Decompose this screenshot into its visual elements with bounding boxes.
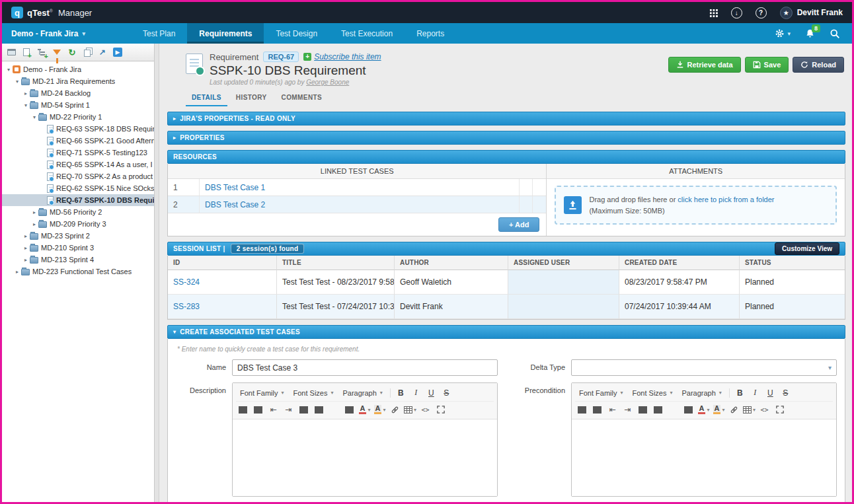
code-icon[interactable]	[757, 403, 771, 416]
align-right-icon[interactable]	[327, 403, 341, 416]
resources-header[interactable]: RESOURCES	[167, 150, 845, 164]
tree-item[interactable]: REQ-62 SSPK-15 Nice SOcks	[2, 182, 154, 194]
tree-expand-arrow[interactable]	[22, 245, 30, 251]
tree-item[interactable]: REQ-63 SSPK-18 DBS Requirem	[2, 123, 154, 135]
code-icon[interactable]	[418, 403, 432, 416]
add-linked-test-case-button[interactable]: + Add	[498, 217, 539, 232]
unordered-list-icon[interactable]	[575, 403, 589, 416]
outdent-icon[interactable]	[266, 403, 280, 416]
column-header[interactable]: ASSIGNED USER	[508, 256, 619, 270]
unordered-list-icon[interactable]	[236, 403, 250, 416]
attachments-dropzone[interactable]: Drag and drop files here or click here t…	[555, 186, 837, 225]
tree-expand-arrow[interactable]	[22, 233, 30, 239]
save-button[interactable]: Save	[745, 57, 789, 73]
column-header[interactable]: STATUS	[740, 256, 845, 270]
download-icon[interactable]: ↓	[731, 7, 742, 18]
background-color-icon[interactable]: ▾	[712, 403, 726, 416]
delta-type-select[interactable]: ▾	[571, 359, 837, 376]
tree-item[interactable]: MD-24 Backlog	[2, 87, 154, 99]
copy-icon[interactable]	[81, 46, 93, 58]
link-icon[interactable]	[388, 403, 402, 416]
background-color-icon[interactable]: ▾	[373, 403, 387, 416]
tree-item[interactable]: MD-22 Priority 1	[2, 111, 154, 123]
font-family-dropdown[interactable]: Font Family	[575, 388, 627, 398]
strikethrough-button[interactable]: S	[779, 386, 793, 400]
add-folder-icon[interactable]	[36, 46, 48, 58]
indent-icon[interactable]	[621, 403, 635, 416]
reload-button[interactable]: Reload	[793, 57, 844, 73]
tree-expand-arrow[interactable]	[5, 67, 13, 73]
tree-item[interactable]: Demo - Frank Jira	[2, 63, 154, 75]
column-header[interactable]: ID	[168, 256, 277, 270]
outdent-icon[interactable]	[605, 403, 619, 416]
tree-item[interactable]: REQ-71 SSPK-5 Testing123	[2, 147, 154, 159]
text-color-icon[interactable]: ▾	[697, 403, 711, 416]
workspace-icon[interactable]	[5, 46, 17, 58]
underline-button[interactable]: U	[424, 386, 438, 400]
detail-tab[interactable]: DETAILS	[186, 91, 227, 106]
tree-item[interactable]: REQ-65 SSPK-14 As a user, I ca	[2, 159, 154, 170]
text-color-icon[interactable]: ▾	[358, 403, 371, 416]
italic-button[interactable]: I	[748, 386, 762, 400]
column-header[interactable]: TITLE	[277, 256, 395, 270]
font-sizes-dropdown[interactable]: Font Sizes	[289, 388, 337, 398]
test-case-link[interactable]: DBS Test Case 1	[200, 179, 520, 196]
tree-item[interactable]: REQ-67 SSPK-10 DBS Requirer	[2, 194, 154, 206]
align-right-icon[interactable]	[666, 403, 680, 416]
link-icon[interactable]	[727, 403, 741, 416]
detail-tab[interactable]: COMMENTS	[276, 91, 329, 106]
settings-menu[interactable]: ▾	[775, 28, 791, 38]
bold-button[interactable]: B	[733, 386, 747, 400]
tree-item[interactable]: MD-210 Sprint 3	[2, 242, 154, 254]
tree-item[interactable]: MD-213 Sprint 4	[2, 254, 154, 266]
nav-tab[interactable]: Reports	[405, 23, 456, 44]
user-menu[interactable]: ★ Devitt Frank	[780, 7, 843, 19]
tree-item[interactable]: MD-54 Sprint 1	[2, 99, 154, 111]
tree-expand-arrow[interactable]	[13, 79, 21, 85]
tree-item[interactable]: MD-56 Priority 2	[2, 206, 154, 218]
tree-expand-arrow[interactable]	[22, 90, 30, 96]
indent-icon[interactable]	[282, 403, 295, 416]
filter-icon[interactable]	[51, 46, 63, 58]
create-test-cases-header[interactable]: ▾ CREATE ASSOCIATED TEST CASES	[167, 325, 845, 339]
nav-tab[interactable]: Test Execution	[329, 23, 405, 44]
session-row[interactable]: SS-283 Test Test Test - 07/24/2017 10:39…	[168, 295, 845, 319]
project-selector[interactable]: Demo - Frank Jira ▾	[2, 23, 131, 44]
paragraph-dropdown[interactable]: Paragraph	[338, 388, 386, 398]
paragraph-dropdown[interactable]: Paragraph	[678, 388, 725, 398]
import-icon[interactable]: ▶	[112, 46, 124, 58]
underline-button[interactable]: U	[763, 386, 777, 400]
apps-grid-icon[interactable]	[709, 9, 718, 17]
ordered-list-icon[interactable]	[590, 403, 604, 416]
qtest-logo[interactable]: q qTest® Manager	[11, 7, 92, 18]
tree-expand-arrow[interactable]	[30, 114, 38, 120]
align-center-icon[interactable]	[651, 403, 665, 416]
fullscreen-icon[interactable]	[773, 403, 787, 416]
nav-tab[interactable]: Requirements	[187, 23, 264, 44]
export-icon[interactable]: ↗	[97, 46, 108, 58]
tree-item[interactable]: MD-23 Sprint 2	[2, 230, 154, 242]
align-left-icon[interactable]	[297, 403, 311, 416]
table-icon[interactable]: ▾	[742, 403, 756, 416]
font-family-dropdown[interactable]: Font Family	[236, 388, 288, 398]
description-editor-content[interactable]	[233, 419, 497, 496]
refresh-icon[interactable]: ↻	[66, 46, 78, 58]
properties-header[interactable]: ▸ PROPERTIES	[167, 131, 845, 145]
add-requirement-icon[interactable]	[20, 46, 32, 58]
tree-item[interactable]: MD-21 Jira Requirements	[2, 75, 154, 87]
tree-expand-arrow[interactable]	[30, 209, 38, 215]
help-icon[interactable]: ?	[756, 7, 767, 18]
tree-expand-arrow[interactable]	[30, 221, 38, 227]
pick-file-link[interactable]: click here to pick from a folder	[678, 196, 774, 203]
nav-tab[interactable]: Test Plan	[131, 23, 187, 44]
strikethrough-button[interactable]: S	[440, 386, 453, 400]
table-icon[interactable]: ▾	[403, 403, 417, 416]
test-case-link[interactable]: DBS Test Case 2	[200, 196, 520, 213]
tree-item[interactable]: MD-223 Functional Test Cases	[2, 266, 154, 277]
align-justify-icon[interactable]	[342, 403, 356, 416]
customize-view-button[interactable]: Customize View	[775, 242, 839, 255]
search-icon[interactable]	[830, 28, 840, 39]
align-left-icon[interactable]	[636, 403, 650, 416]
font-sizes-dropdown[interactable]: Font Sizes	[628, 388, 676, 398]
sidebar-splitter[interactable]	[155, 44, 159, 502]
